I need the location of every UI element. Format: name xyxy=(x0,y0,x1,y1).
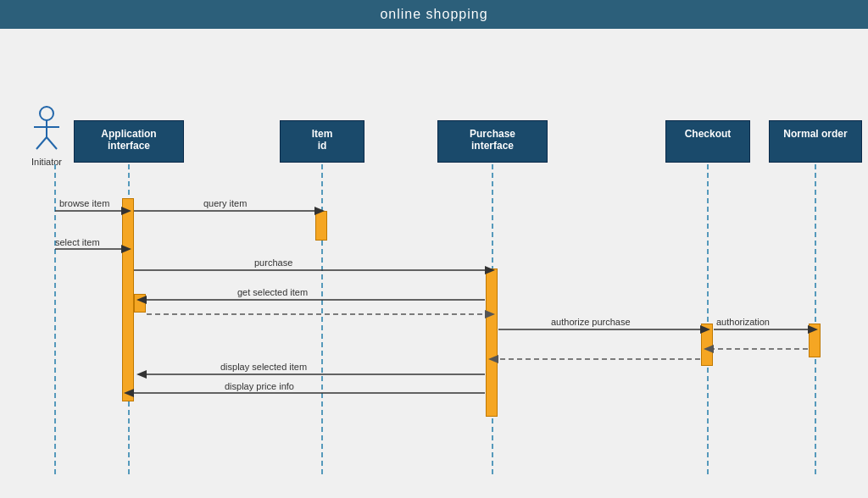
activation-app xyxy=(122,198,134,401)
lifeline-purchase: Purchaseinterface xyxy=(437,120,548,163)
lifeline-line-checkout xyxy=(707,164,709,474)
diagram-area: Initiator Applicationinterface Itemid Pu… xyxy=(0,29,868,498)
svg-text:display price info: display price info xyxy=(225,381,294,391)
activation-normalorder xyxy=(809,324,821,357)
svg-marker-33 xyxy=(136,370,147,379)
lifeline-checkout: Checkout xyxy=(665,120,750,163)
actor: Initiator xyxy=(30,105,64,167)
lifeline-app: Applicationinterface xyxy=(74,120,184,163)
svg-line-3 xyxy=(36,137,47,149)
lifeline-line-normalorder xyxy=(815,164,816,474)
svg-text:select item: select item xyxy=(55,237,100,247)
lifeline-item: Itemid xyxy=(280,120,364,163)
svg-text:browse item: browse item xyxy=(59,198,109,208)
title-bar: online shopping xyxy=(0,0,868,29)
svg-text:purchase: purchase xyxy=(254,257,292,268)
actor-lifeline xyxy=(54,164,56,474)
svg-line-4 xyxy=(47,137,57,149)
svg-text:authorization: authorization xyxy=(716,317,770,327)
svg-text:get selected item: get selected item xyxy=(237,287,308,297)
actor-label: Initiator xyxy=(30,157,64,167)
svg-text:display selected item: display selected item xyxy=(220,362,307,372)
svg-text:authorize purchase: authorize purchase xyxy=(551,317,631,327)
activation-app2 xyxy=(134,294,146,313)
svg-point-0 xyxy=(40,107,53,120)
svg-text:query item: query item xyxy=(203,198,247,208)
lifeline-normalorder: Normal order xyxy=(769,120,862,163)
activation-item xyxy=(315,211,327,241)
activation-purchase xyxy=(486,268,498,417)
activation-checkout xyxy=(701,324,713,366)
